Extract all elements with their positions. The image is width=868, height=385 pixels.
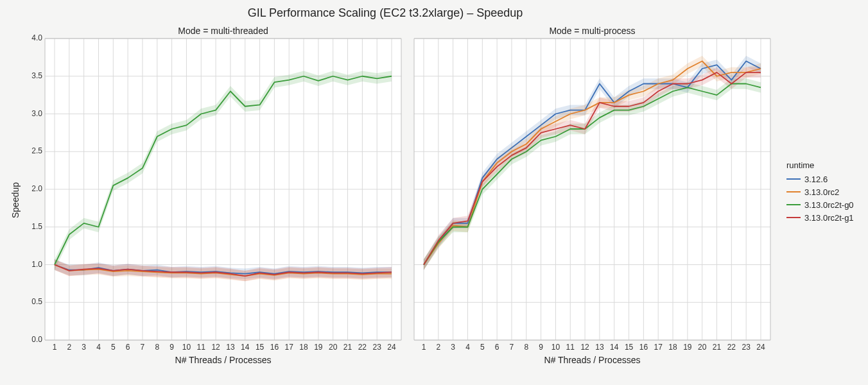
- x-tick: 17: [283, 343, 295, 352]
- x-tick: 17: [652, 343, 664, 352]
- legend-swatch: [786, 204, 801, 205]
- x-tick: 4: [462, 343, 473, 352]
- plot-right: [414, 38, 770, 340]
- x-tick: 18: [298, 343, 309, 352]
- x-tick: 8: [152, 343, 163, 352]
- axes-right: [414, 38, 770, 340]
- x-tick: 12: [210, 343, 221, 352]
- y-tick: 0.0: [24, 335, 42, 344]
- y-tick: 3.5: [24, 71, 42, 80]
- x-tick: 21: [711, 343, 723, 352]
- y-tick: 4.0: [24, 33, 42, 42]
- x-tick: 6: [122, 343, 134, 352]
- y-tick: 2.0: [24, 184, 42, 193]
- x-tick: 7: [137, 343, 148, 352]
- legend-label: 3.12.6: [804, 175, 828, 184]
- legend: runtime 3.12.63.13.0rc23.13.0rc2t-g03.13…: [786, 160, 854, 224]
- y-tick: 1.0: [24, 260, 42, 269]
- figure-title: GIL Performance Scaling (EC2 t3.2xlarge)…: [0, 6, 770, 20]
- x-tick: 16: [268, 343, 280, 352]
- x-tick: 13: [225, 343, 236, 352]
- x-tick: 23: [740, 343, 752, 352]
- x-tick: 20: [327, 343, 339, 352]
- x-axis-label-right: N# Threads / Processes: [414, 355, 770, 365]
- x-tick: 14: [239, 343, 251, 352]
- legend-item: 3.12.6: [786, 173, 854, 185]
- x-tick: 4: [92, 343, 104, 352]
- x-tick: 9: [535, 343, 547, 352]
- x-tick: 11: [195, 343, 207, 352]
- x-tick: 13: [594, 343, 605, 352]
- legend-item: 3.13.0rc2t-g1: [786, 211, 854, 224]
- x-tick: 3: [78, 343, 90, 352]
- x-tick: 2: [64, 343, 75, 352]
- legend-item: 3.13.0rc2: [786, 185, 854, 198]
- legend-swatch: [786, 191, 801, 193]
- x-tick: 23: [371, 343, 383, 352]
- x-tick: 1: [418, 343, 430, 352]
- x-tick: 20: [697, 343, 708, 352]
- legend-label: 3.13.0rc2t-g0: [804, 200, 854, 210]
- x-tick: 11: [564, 343, 576, 352]
- x-tick: 9: [166, 343, 178, 352]
- x-tick: 5: [107, 343, 119, 352]
- plot-left: [45, 38, 401, 340]
- y-tick: 3.0: [24, 109, 42, 118]
- x-tick: 18: [667, 343, 679, 352]
- x-tick: 12: [579, 343, 591, 352]
- axes-left: [45, 38, 401, 340]
- x-tick: 21: [342, 343, 354, 352]
- x-tick: 24: [386, 343, 397, 352]
- x-tick: 6: [491, 343, 503, 352]
- y-axis-label: Speedup: [10, 182, 21, 218]
- x-tick: 24: [755, 343, 767, 352]
- legend-label: 3.13.0rc2: [804, 187, 839, 197]
- legend-label: 3.13.0rc2t-g1: [804, 213, 854, 223]
- x-tick: 19: [682, 343, 693, 352]
- y-tick: 2.5: [24, 146, 42, 155]
- x-tick: 7: [506, 343, 517, 352]
- x-tick: 19: [313, 343, 324, 352]
- x-tick: 3: [447, 343, 459, 352]
- x-tick: 10: [550, 343, 561, 352]
- panel-title-left: Mode = multi-threaded: [45, 26, 401, 36]
- x-tick: 15: [623, 343, 635, 352]
- x-tick: 15: [254, 343, 266, 352]
- legend-item: 3.13.0rc2t-g0: [786, 198, 854, 211]
- legend-swatch: [786, 178, 801, 180]
- x-tick: 5: [476, 343, 488, 352]
- x-tick: 22: [356, 343, 368, 352]
- x-tick: 14: [609, 343, 620, 352]
- x-tick: 22: [725, 343, 737, 352]
- y-tick: 1.5: [24, 222, 42, 231]
- x-tick: 16: [638, 343, 649, 352]
- legend-swatch: [786, 217, 801, 218]
- x-tick: 10: [180, 343, 192, 352]
- legend-title: runtime: [786, 160, 854, 170]
- x-axis-label-left: N# Threads / Processes: [45, 355, 401, 365]
- x-tick: 8: [521, 343, 532, 352]
- panel-title-right: Mode = multi-process: [414, 26, 770, 36]
- x-tick: 2: [433, 343, 444, 352]
- x-tick: 1: [49, 343, 60, 352]
- figure: GIL Performance Scaling (EC2 t3.2xlarge)…: [0, 0, 868, 385]
- y-tick: 0.5: [24, 297, 42, 306]
